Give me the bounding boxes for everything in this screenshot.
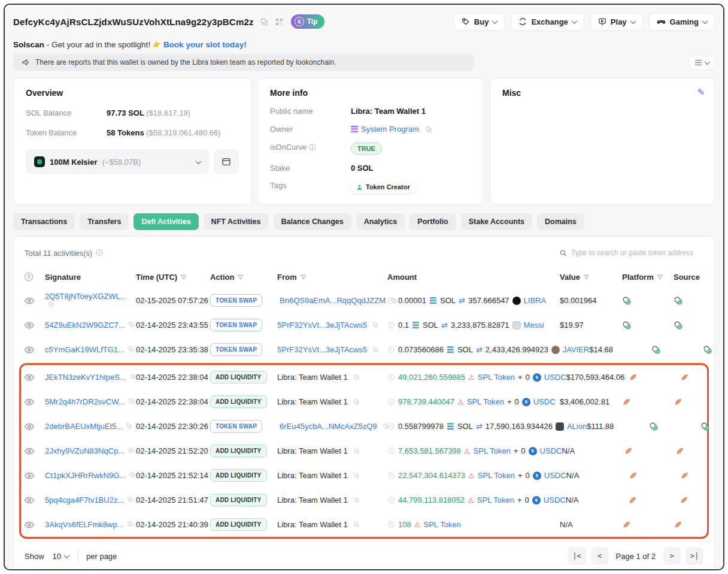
token-selector[interactable]: 100M Kelsier (~$58.07B) — [26, 149, 209, 174]
signature-link[interactable]: 3AkqVs6fELFmk8wp... — [45, 520, 124, 529]
tab-transactions[interactable]: Transactions — [13, 213, 75, 230]
filter-icon[interactable] — [237, 274, 244, 280]
copy-icon[interactable] — [353, 448, 360, 454]
next-page-button[interactable]: > — [663, 547, 681, 565]
view-options-button[interactable] — [689, 56, 715, 70]
portfolio-button[interactable] — [214, 149, 239, 174]
last-page-button[interactable]: >| — [685, 547, 703, 565]
source-meteora-icon[interactable] — [680, 471, 710, 480]
search-input[interactable] — [571, 249, 703, 257]
source-meteora-icon[interactable] — [674, 397, 703, 406]
tip-button[interactable]: $ Tip — [291, 14, 325, 29]
platform-meteora-icon[interactable] — [622, 520, 674, 529]
from-link[interactable]: 5PrF32YsVt...3eJjTAcws5 — [277, 321, 367, 330]
platform-meteora-icon[interactable] — [629, 471, 680, 480]
edit-icon[interactable]: ✎ — [697, 87, 705, 98]
source-pill-icon[interactable] — [674, 321, 703, 330]
copy-icon[interactable] — [353, 521, 360, 528]
copy-icon[interactable] — [425, 126, 432, 133]
signature-link[interactable]: 2debrBAEUxMtjuEt5... — [45, 422, 123, 431]
filter-icon[interactable] — [703, 274, 703, 280]
filter-icon[interactable] — [657, 274, 663, 280]
signature-link[interactable]: Ct1pkXJHRrRwkN9G... — [45, 471, 126, 480]
tab-defi-activities[interactable]: Defi Activities — [134, 213, 198, 230]
tab-transfers[interactable]: Transfers — [80, 213, 129, 230]
filter-icon[interactable] — [300, 274, 307, 280]
ad-link[interactable]: Book your slot today! — [163, 40, 247, 49]
copy-icon[interactable] — [127, 496, 134, 503]
token-link[interactable]: USDC — [540, 446, 562, 455]
token-link[interactable]: SPL Token — [423, 520, 460, 529]
copy-icon[interactable] — [353, 374, 360, 380]
exchange-button[interactable]: Exchange — [511, 13, 584, 31]
platform-pill-icon[interactable] — [622, 321, 674, 330]
copy-icon[interactable] — [372, 346, 379, 353]
token-link[interactable]: Messi — [524, 321, 544, 330]
eye-icon[interactable] — [25, 397, 45, 407]
signature-link[interactable]: c5YmGaK19WLfTG1... — [45, 345, 125, 354]
copy-address-icon[interactable] — [260, 17, 269, 26]
tab-balance-changes[interactable]: Balance Changes — [274, 213, 351, 230]
first-page-button[interactable]: |< — [568, 547, 586, 565]
page-size-select[interactable]: 10 — [53, 552, 69, 561]
platform-pill-icon[interactable] — [649, 422, 700, 431]
token-link[interactable]: USDC — [544, 496, 566, 504]
copy-icon[interactable] — [48, 301, 54, 308]
signature-link[interactable]: 2Q5T8jNToeyXGZWL... — [45, 292, 127, 301]
source-meteora-icon[interactable] — [675, 446, 705, 455]
signature-link[interactable]: JEkTN3zeKvY1htpeS... — [45, 373, 126, 382]
tab-analytics[interactable]: Analytics — [356, 213, 405, 230]
token-link[interactable]: USDC — [544, 373, 566, 382]
eye-icon[interactable] — [25, 496, 45, 505]
platform-pill-icon[interactable] — [622, 296, 674, 306]
eye-icon[interactable] — [25, 422, 45, 431]
token-link[interactable]: SPL Token — [478, 373, 515, 382]
buy-button[interactable]: Buy — [454, 13, 505, 31]
token-link[interactable]: SPL Token — [478, 471, 515, 480]
platform-meteora-icon[interactable] — [624, 446, 675, 455]
filter-icon[interactable] — [583, 274, 590, 280]
copy-icon[interactable] — [128, 398, 135, 404]
source-pill-icon[interactable] — [703, 345, 724, 355]
tab-portfolio[interactable]: Portfolio — [410, 213, 456, 230]
gaming-button[interactable]: Gaming — [649, 13, 715, 31]
platform-meteora-icon[interactable] — [629, 373, 680, 382]
tab-nft-activities[interactable]: NFT Activities — [204, 213, 269, 230]
signature-link[interactable]: 54Z9uEkN2W9GZC7... — [45, 321, 125, 330]
copy-icon[interactable] — [129, 373, 136, 380]
source-pill-icon[interactable] — [674, 296, 703, 306]
copy-icon[interactable] — [128, 321, 135, 328]
copy-icon[interactable] — [126, 422, 132, 429]
source-meteora-icon[interactable] — [680, 496, 709, 504]
token-link[interactable]: SPL Token — [467, 397, 504, 406]
token-link[interactable]: USDC — [544, 471, 566, 480]
source-pill-icon[interactable] — [700, 422, 724, 431]
copy-icon[interactable] — [127, 521, 134, 527]
token-link[interactable]: USDC — [533, 397, 556, 406]
eye-icon[interactable] — [25, 345, 45, 355]
tab-stake-accounts[interactable]: Stake Accounts — [461, 213, 532, 230]
from-link[interactable]: 6rEu45ycbA...NMcAxZ5zQ9 — [280, 422, 377, 431]
platform-meteora-icon[interactable] — [628, 496, 680, 504]
copy-icon[interactable] — [353, 398, 360, 405]
copy-icon[interactable] — [372, 322, 379, 328]
token-link[interactable]: JAVIER — [563, 345, 590, 354]
token-link[interactable]: LIBRA — [524, 296, 547, 305]
copy-icon[interactable] — [128, 346, 134, 352]
token-link[interactable]: SPL Token — [474, 446, 511, 455]
copy-icon[interactable] — [353, 497, 360, 503]
token-creator-tag[interactable]: Token Creator — [351, 181, 415, 193]
token-link[interactable]: SPL Token — [477, 496, 514, 504]
copy-icon[interactable] — [128, 447, 134, 454]
source-meteora-icon[interactable] — [674, 520, 703, 529]
eye-icon[interactable] — [25, 321, 45, 330]
eye-icon[interactable] — [25, 296, 45, 306]
signature-link[interactable]: 5pq4cga4F7tv1BU2z... — [45, 496, 124, 504]
eye-icon[interactable] — [25, 446, 45, 456]
eye-icon[interactable] — [25, 471, 45, 481]
play-button[interactable]: Play — [590, 13, 643, 31]
platform-meteora-icon[interactable] — [622, 397, 674, 406]
prev-page-button[interactable]: < — [591, 547, 609, 565]
from-link[interactable]: 5PrF32YsVt...3eJjTAcws5 — [277, 345, 367, 354]
from-link[interactable]: Bn6QS9aEmA...RqqQqdJZZM — [280, 296, 386, 305]
